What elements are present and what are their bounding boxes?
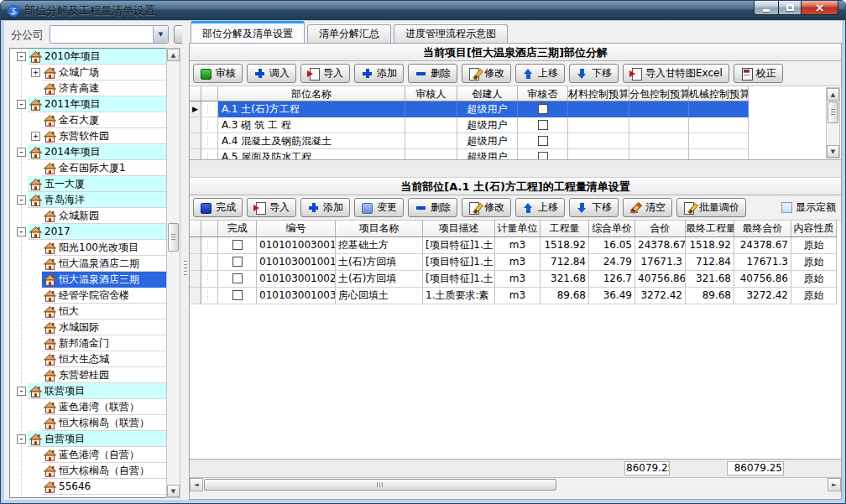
load-in-button[interactable]: 调入 [247,64,296,83]
tree-item[interactable]: -2017 [10,224,167,240]
tree-item[interactable]: 阳光100光改项目 [10,240,167,256]
tree-item[interactable]: +东营软件园 [10,128,167,144]
expand-toggle-icon[interactable]: - [17,227,26,236]
tree-item[interactable]: -2011年项目 [10,96,167,112]
tree-item[interactable] [10,495,167,498]
expand-toggle-icon[interactable]: + [31,132,40,141]
horizontal-scrollbar[interactable]: ◄ ► [190,477,841,491]
splitter-handle[interactable] [184,261,187,276]
tree-item[interactable]: -2014年项目 [10,144,167,160]
tree-item[interactable]: +众城广场 [10,65,167,81]
boq-row[interactable]: 010103001002土(石)方回填[项目特征]1.土m3321.68126.… [190,271,841,288]
tab-part-boq-settings[interactable]: 部位分解及清单设置 [191,21,305,43]
import-button[interactable]: 导入 [247,198,296,217]
tree-item[interactable]: -青岛海洋 [10,192,167,208]
branch-dropdown-button[interactable]: ▼ [153,26,168,43]
delete-button[interactable]: 删除 [408,64,457,83]
tree-item[interactable]: 经管学院宿舍楼 [10,288,167,304]
change-button[interactable]: 变更 [354,198,404,217]
tree-item[interactable]: 金石大厦 [10,112,167,128]
close-button[interactable]: × [801,1,838,15]
part-table-scrollbar[interactable]: ▲ ▼ [826,87,840,158]
tree-item[interactable]: 恒大温泉酒店二期 [10,256,167,272]
tree-item[interactable]: -2010年项目 [10,49,167,65]
expand-toggle-icon[interactable]: - [17,100,26,109]
tree-item[interactable]: 蓝色港湾（自营） [10,447,167,463]
item-name-cell: 土(石)方回填 [336,271,423,288]
audited-checkbox[interactable] [538,104,548,114]
tree-item[interactable]: 55646 [10,479,167,495]
minimize-button[interactable] [754,1,778,15]
part-row[interactable]: ▶A.1 土(石)方工程超级用户 [190,101,841,117]
tree-item[interactable]: 济青高速 [10,81,167,96]
scroll-down-button[interactable]: ▼ [827,145,839,158]
show-quota-toggle[interactable]: 显示定额 [781,200,836,215]
scroll-up-button[interactable]: ▲ [827,88,839,101]
tree-item[interactable]: 水城国际 [10,320,167,335]
boq-row[interactable]: 010101003001挖基础土方[项目特征]1.土m31518.9216.05… [190,237,841,254]
scroll-right-button[interactable]: ► [828,478,841,491]
branch-combobox[interactable]: ▼ [50,25,169,44]
part-row[interactable]: A.5 屋面及防水工程超级用户 [190,149,841,160]
batch-price-button[interactable]: 批量调价 [676,198,746,217]
tree-scrollbar[interactable]: ▲ ▼ [166,48,180,498]
done-checkbox[interactable] [232,290,243,300]
tree-item[interactable]: 恒大温泉酒店三期 [10,272,167,288]
calibrate-button[interactable]: 校正 [734,64,783,83]
tree-item[interactable]: 恒大 [10,304,167,320]
move-down-button[interactable]: 下移 [569,198,619,217]
expand-toggle-icon[interactable]: - [17,387,26,396]
tree-item[interactable]: 东营碧桂园 [10,367,167,383]
maximize-button[interactable] [778,1,801,15]
audited-checkbox[interactable] [538,136,548,146]
move-up-button[interactable]: 上移 [515,64,565,83]
tree-item[interactable]: 蓝色港湾（联营） [10,399,167,415]
done-checkbox[interactable] [232,240,243,250]
move-down-button[interactable]: 下移 [569,64,619,83]
audit-button[interactable]: 审核 [193,64,243,83]
tree-item[interactable]: 恒大棕榈岛（联营） [10,415,167,431]
import-gantt-excel-button[interactable]: 导入甘特图Excel [623,64,729,83]
tree-item-band: 水城国际 [42,320,167,335]
expand-toggle-icon[interactable]: - [17,52,26,61]
add-button[interactable]: 添加 [300,198,350,217]
scroll-left-button[interactable]: ◄ [190,478,203,491]
finish-button[interactable]: 完成 [193,198,243,217]
part-row[interactable]: A.3 砌 筑 工 程超级用户 [190,117,841,133]
tree-item[interactable]: 五一大厦 [10,176,167,192]
scroll-thumb[interactable] [204,479,556,491]
tree-item[interactable]: 恒大棕榈岛（自营） [10,463,167,479]
tree-item[interactable]: -联营项目 [10,383,167,399]
clear-button[interactable]: 清空 [623,198,672,217]
import-button[interactable]: 导入 [300,64,350,83]
tree-item[interactable]: 金石国际大厦1 [10,160,167,176]
tree-item[interactable]: 恒大生态城 [10,351,167,367]
modify-button[interactable]: 修改 [462,64,511,83]
clipped-side-button[interactable] [174,25,182,44]
expand-toggle-icon[interactable]: - [17,195,26,205]
tab-progress-flow[interactable]: 进度管理流程示意图 [394,24,508,43]
tab-boq-summary[interactable]: 清单分解汇总 [307,24,391,43]
part-row[interactable]: A.4 混凝土及钢筋混凝土超级用户 [190,133,841,149]
audited-checkbox[interactable] [538,152,548,160]
scroll-thumb[interactable] [168,223,179,252]
tree-item[interactable]: 新邦涌金门 [10,335,167,351]
checkbox-icon[interactable] [781,202,792,213]
done-checkbox[interactable] [232,257,243,267]
done-checkbox[interactable] [232,273,243,283]
tree-item[interactable]: 众城新园 [10,208,167,224]
add-button[interactable]: 添加 [354,64,404,83]
delete-button[interactable]: 删除 [408,198,457,217]
scroll-down-button[interactable]: ▼ [167,485,180,497]
expand-toggle-icon[interactable]: + [31,68,40,77]
audited-checkbox[interactable] [538,120,548,130]
expand-toggle-icon[interactable]: - [17,434,26,444]
move-up-button[interactable]: 上移 [515,198,565,217]
expand-toggle-icon[interactable]: - [17,148,26,157]
boq-row[interactable]: 010103001003房心回填土1.土质要求:素m389.6836.49327… [190,288,841,304]
scroll-thumb[interactable] [828,101,838,123]
boq-row[interactable]: 010103001001土(石)方回填[项目特征]1.土m3712.8424.7… [190,254,841,271]
modify-button[interactable]: 修改 [462,198,511,217]
scroll-up-button[interactable]: ▲ [167,49,180,61]
tree-item[interactable]: -自营项目 [10,431,167,447]
